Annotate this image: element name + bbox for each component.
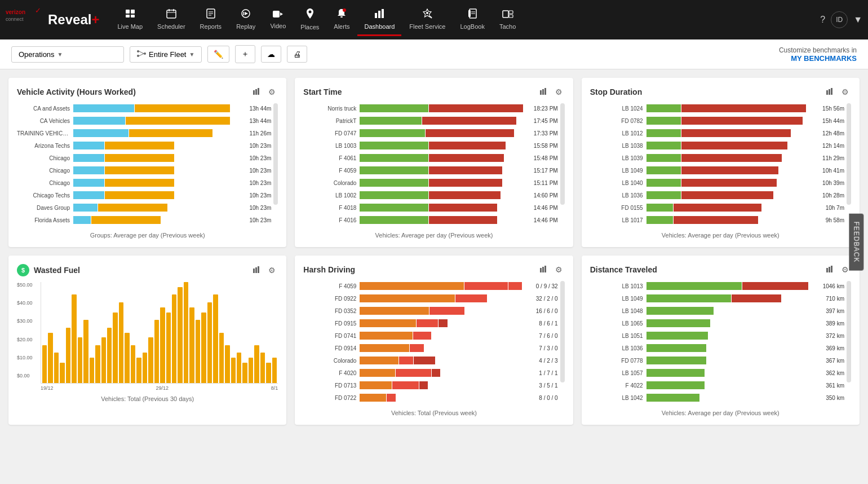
vehicle-activity-scrollbar[interactable] — [273, 103, 278, 205]
stop-duration-chart-btn[interactable] — [824, 86, 836, 98]
nav-live-map-label: Live Map — [117, 23, 143, 30]
operations-caret: ▼ — [57, 51, 63, 58]
fuel-bar — [143, 353, 147, 383]
nav-reports[interactable]: Reports — [193, 4, 229, 36]
bar-row-colorado: Colorado 15:11 PM — [303, 178, 557, 188]
fleet-service-icon — [422, 8, 432, 21]
add-button[interactable]: ＋ — [235, 45, 255, 63]
scheduler-icon — [166, 8, 176, 21]
svg-rect-3 — [126, 10, 130, 14]
live-map-icon — [125, 8, 136, 21]
hd-row-colorado: Colorado 4 / 2 / 3 — [303, 355, 557, 366]
svg-line-38 — [139, 51, 144, 54]
start-time-scrollbar[interactable] — [560, 103, 565, 205]
bar-row-ca-vehicles: CA Vehicles 13h 44m — [17, 116, 271, 126]
svg-rect-43 — [540, 90, 542, 95]
dt-row-lb1042: LB 1042 350 km — [590, 393, 844, 403]
vehicle-activity-chart-btn[interactable] — [251, 86, 263, 98]
wasted-fuel-chart-btn[interactable] — [251, 265, 263, 276]
y-label-10: $10.00 — [17, 355, 39, 360]
svg-rect-34 — [509, 15, 513, 17]
dt-row-lb1065: LB 1065 389 km — [590, 318, 844, 328]
operations-dropdown[interactable]: Operations ▼ — [11, 46, 124, 63]
nav-dashboard[interactable]: Dashboard — [357, 4, 401, 36]
nav-fleet-service[interactable]: Fleet Service — [402, 4, 452, 36]
nav-logbook-label: LogBook — [460, 23, 485, 30]
nav-alerts[interactable]: Alerts — [327, 4, 356, 36]
harsh-driving-chart-area: F 4059 0 / 9 / 32 FD 0922 32 / 2 / 0 FD … — [303, 281, 564, 405]
dt-row-lb1051: LB 1051 372 km — [590, 331, 844, 341]
header-right: ? ID ▼ — [820, 11, 862, 28]
nav-tacho[interactable]: Tacho — [493, 4, 522, 36]
replay-icon — [241, 8, 251, 21]
wasted-fuel-actions: ⚙ — [251, 265, 278, 276]
feedback-tab[interactable]: FEEDBACK — [849, 214, 864, 271]
customize-text: Customize benchmarks in — [779, 46, 857, 54]
start-time-settings-btn[interactable]: ⚙ — [553, 86, 565, 98]
vehicle-activity-bars: CA and Assets 13h 44m CA Vehicles 13h 44… — [17, 103, 271, 227]
wasted-fuel-settings-btn[interactable]: ⚙ — [266, 265, 278, 276]
vehicle-activity-actions: ⚙ — [251, 86, 278, 98]
x-label-1912: 19/12 — [41, 385, 54, 391]
fuel-bar — [166, 313, 171, 383]
start-time-footer: Vehicles: Average per day (Previous week… — [303, 232, 564, 239]
my-benchmarks-link[interactable]: MY BENCHMARKS — [779, 54, 857, 63]
fuel-bar — [154, 320, 159, 383]
hd-row-fd0922: FD 0922 32 / 2 / 0 — [303, 293, 557, 303]
harsh-driving-chart-btn[interactable] — [538, 264, 550, 275]
nav-logbook[interactable]: LogBook — [454, 4, 491, 36]
harsh-driving-scrollbar[interactable] — [560, 281, 565, 382]
user-menu-button[interactable]: ▼ — [853, 15, 862, 25]
nav-replay[interactable]: Replay — [229, 4, 262, 36]
distance-traveled-chart-btn[interactable] — [824, 264, 836, 275]
fuel-bar — [95, 345, 100, 383]
stop-duration-scrollbar[interactable] — [847, 103, 851, 205]
wasted-fuel-widget: $ Wasted Fuel ⚙ $50.00 $40.00 $30.00 $20… — [8, 256, 286, 425]
reports-icon — [206, 8, 215, 21]
nav-tacho-label: Tacho — [499, 23, 516, 30]
nav-reports-label: Reports — [200, 23, 222, 30]
dt-row-f4022: F 4022 361 km — [590, 380, 844, 390]
bar-row-chicago-techs: Chicago Techs 10h 23m — [17, 190, 271, 200]
svg-rect-55 — [826, 268, 828, 272]
nav-dashboard-label: Dashboard — [364, 23, 395, 30]
vehicle-activity-widget: Vehicle Activity (Hours Worked) ⚙ CA and… — [8, 78, 286, 247]
nav-places[interactable]: Places — [294, 3, 326, 37]
nav-scheduler[interactable]: Scheduler — [150, 4, 192, 36]
vehicle-activity-settings-btn[interactable]: ⚙ — [266, 86, 278, 98]
harsh-driving-settings-btn[interactable]: ⚙ — [553, 264, 565, 275]
svg-marker-16 — [245, 12, 248, 15]
svg-rect-33 — [509, 11, 513, 14]
svg-rect-21 — [340, 16, 343, 17]
edit-button[interactable]: ✏️ — [207, 46, 229, 63]
wasted-fuel-header: $ Wasted Fuel ⚙ — [17, 264, 278, 276]
dt-row-lb1036: LB 1036 369 km — [590, 343, 844, 353]
dollar-icon: $ — [17, 264, 29, 276]
nav-scheduler-label: Scheduler — [157, 23, 185, 30]
user-id-button[interactable]: ID — [831, 11, 848, 28]
svg-rect-46 — [826, 90, 828, 95]
svg-rect-4 — [131, 10, 135, 14]
distance-traveled-scrollbar[interactable] — [847, 281, 851, 382]
start-time-chart-btn[interactable] — [538, 86, 550, 98]
harsh-driving-actions: ⚙ — [538, 264, 565, 275]
stop-duration-settings-btn[interactable]: ⚙ — [839, 86, 851, 98]
upload-button[interactable]: ☁ — [261, 46, 281, 63]
fuel-bar — [184, 282, 188, 383]
fuel-bar — [260, 353, 265, 383]
bar-row-lb1038: LB 1038 12h 14m — [590, 140, 844, 151]
fleet-dropdown[interactable]: Entire Fleet ▼ — [130, 46, 202, 63]
nav-video[interactable]: Video — [263, 5, 293, 36]
wasted-fuel-chart-wrapper: $50.00 $40.00 $30.00 $20.00 $10.00 $0.00… — [17, 282, 278, 391]
fuel-bar — [231, 358, 236, 383]
start-time-widget: Start Time ⚙ Norris truck 18:23 PM — [295, 78, 573, 247]
fuel-bar — [83, 320, 88, 383]
bar-row-patrickt: PatrickT 17:45 PM — [303, 116, 557, 126]
print-button[interactable]: 🖨 — [287, 46, 307, 63]
svg-rect-45 — [544, 88, 546, 95]
help-button[interactable]: ? — [820, 15, 825, 25]
nav-live-map[interactable]: Live Map — [110, 4, 149, 36]
fuel-bar — [60, 363, 64, 383]
fuel-bar — [219, 333, 224, 384]
bar-row-f4016: F 4016 14:46 PM — [303, 215, 557, 225]
